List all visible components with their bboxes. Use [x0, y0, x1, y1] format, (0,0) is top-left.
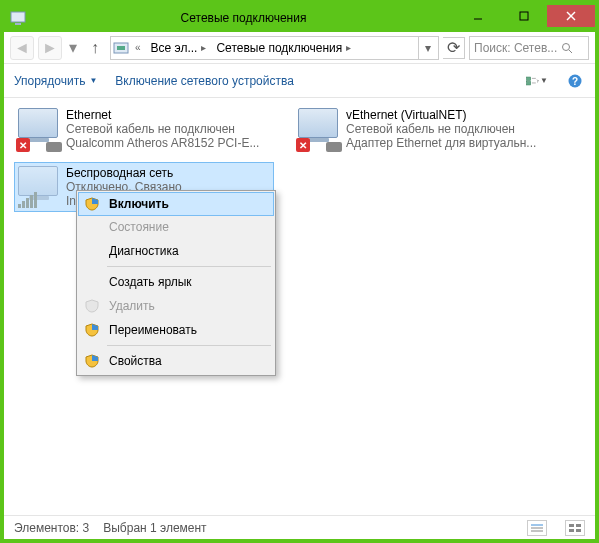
status-bar: Элементов: 3 Выбран 1 элемент: [4, 515, 595, 539]
breadcrumb-overflow[interactable]: «: [129, 37, 147, 59]
adapter-item-vethernet[interactable]: ✕ vEthernet (VirtualNET) Сетевой кабель …: [294, 104, 554, 154]
location-icon: [113, 40, 129, 56]
back-button[interactable]: ◄: [10, 36, 34, 60]
breadcrumb-current[interactable]: Сетевые подключения▸: [212, 37, 357, 59]
address-bar[interactable]: « Все эл...▸ Сетевые подключения▸ ▾: [110, 36, 439, 60]
breadcrumb-label: Все эл...: [151, 41, 198, 55]
window-controls: [455, 5, 595, 27]
up-button[interactable]: ↑: [84, 37, 106, 59]
context-rename[interactable]: Переименовать: [79, 318, 273, 342]
breadcrumb-label: Сетевые подключения: [216, 41, 342, 55]
adapter-item-ethernet[interactable]: ✕ Ethernet Сетевой кабель не подключен Q…: [14, 104, 274, 154]
svg-rect-21: [569, 529, 574, 532]
organize-button[interactable]: Упорядочить▼: [12, 70, 99, 92]
context-label: Переименовать: [109, 323, 197, 337]
help-button[interactable]: ?: [563, 69, 587, 93]
shield-icon: [85, 299, 99, 313]
item-count: Элементов: 3: [14, 521, 89, 535]
context-label: Создать ярлык: [109, 275, 192, 289]
maximize-button[interactable]: [501, 5, 547, 27]
svg-rect-19: [569, 524, 574, 527]
view-options-button[interactable]: ▼: [525, 69, 549, 93]
context-label: Свойства: [109, 354, 162, 368]
breadcrumb-root[interactable]: Все эл...▸: [147, 37, 213, 59]
forward-button[interactable]: ►: [38, 36, 62, 60]
adapter-device: Адаптер Ethernet для виртуальн...: [346, 136, 536, 150]
shield-icon: [85, 323, 99, 337]
svg-rect-10: [527, 77, 531, 80]
svg-line-9: [569, 50, 572, 53]
svg-rect-20: [576, 524, 581, 527]
context-properties[interactable]: Свойства: [79, 349, 273, 373]
context-menu: Включить Состояние Диагностика Создать я…: [76, 190, 276, 376]
app-icon: [10, 10, 26, 26]
adapter-text: Ethernet Сетевой кабель не подключен Qua…: [66, 108, 259, 150]
history-dropdown[interactable]: ▾: [66, 38, 80, 57]
context-label: Состояние: [109, 220, 169, 234]
context-label: Удалить: [109, 299, 155, 313]
navigation-bar: ◄ ► ▾ ↑ « Все эл...▸ Сетевые подключения…: [4, 32, 595, 64]
context-shortcut[interactable]: Создать ярлык: [79, 270, 273, 294]
svg-rect-1: [15, 23, 21, 25]
context-status: Состояние: [79, 215, 273, 239]
content-pane: ✕ Ethernet Сетевой кабель не подключен Q…: [4, 98, 595, 515]
context-diagnose[interactable]: Диагностика: [79, 239, 273, 263]
context-separator: [107, 345, 271, 346]
context-delete: Удалить: [79, 294, 273, 318]
svg-rect-7: [117, 46, 125, 50]
selection-count: Выбран 1 элемент: [103, 521, 206, 535]
adapter-name: vEthernet (VirtualNET): [346, 108, 536, 122]
titlebar: Сетевые подключения: [4, 4, 595, 32]
context-separator: [107, 266, 271, 267]
adapter-icon: [18, 166, 60, 208]
shield-icon: [85, 354, 99, 368]
svg-point-8: [563, 43, 570, 50]
explorer-window: Сетевые подключения ◄ ► ▾ ↑ « Все эл...▸…: [0, 0, 599, 543]
command-bar: Упорядочить▼ Включение сетевого устройст…: [4, 64, 595, 98]
svg-rect-22: [576, 529, 581, 532]
context-label: Включить: [109, 197, 169, 211]
enable-device-label: Включение сетевого устройства: [115, 74, 294, 88]
context-label: Диагностика: [109, 244, 179, 258]
search-input[interactable]: Поиск: Сетев...: [469, 36, 589, 60]
context-enable[interactable]: Включить: [78, 192, 274, 216]
search-placeholder: Поиск: Сетев...: [474, 41, 557, 55]
enable-device-button[interactable]: Включение сетевого устройства: [113, 70, 296, 92]
address-dropdown[interactable]: ▾: [418, 37, 436, 59]
adapter-icon: ✕: [18, 108, 60, 150]
adapter-icon: ✕: [298, 108, 340, 150]
refresh-button[interactable]: ⟳: [443, 37, 465, 59]
window-title: Сетевые подключения: [32, 11, 455, 25]
svg-rect-11: [527, 81, 531, 84]
organize-label: Упорядочить: [14, 74, 85, 88]
adapter-status: Сетевой кабель не подключен: [346, 122, 536, 136]
adapter-device: Qualcomm Atheros AR8152 PCI-E...: [66, 136, 259, 150]
search-icon: [561, 42, 573, 54]
details-view-button[interactable]: [527, 520, 547, 536]
adapter-name: Ethernet: [66, 108, 259, 122]
close-button[interactable]: [547, 5, 595, 27]
svg-rect-3: [520, 12, 528, 20]
svg-rect-0: [11, 12, 25, 22]
large-icons-view-button[interactable]: [565, 520, 585, 536]
adapter-name: Беспроводная сеть: [66, 166, 259, 180]
svg-text:?: ?: [572, 76, 578, 87]
adapter-status: Сетевой кабель не подключен: [66, 122, 259, 136]
minimize-button[interactable]: [455, 5, 501, 27]
shield-icon: [85, 197, 99, 211]
adapter-text: vEthernet (VirtualNET) Сетевой кабель не…: [346, 108, 536, 150]
